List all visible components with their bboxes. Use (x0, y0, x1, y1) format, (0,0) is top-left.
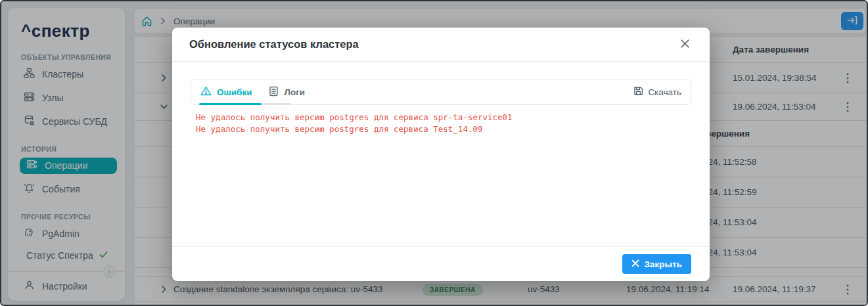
tab-indicator-track (262, 103, 291, 105)
save-icon (633, 86, 643, 98)
modal-footer: Закрыть (172, 246, 710, 281)
close-x-icon (631, 259, 639, 269)
tab-logs[interactable]: Логи (269, 86, 305, 98)
modal-title: Обновление статусов кластера (189, 38, 359, 51)
modal-header: Обновление статусов кластера (172, 28, 710, 62)
warning-icon (200, 86, 212, 98)
close-button-label: Закрыть (645, 259, 682, 269)
active-tab-indicator (199, 103, 262, 105)
tab-errors[interactable]: Ошибки (200, 86, 252, 98)
close-icon[interactable] (677, 36, 693, 53)
app-window: ^спектр ОБЪЕКТЫ УПРАВЛЕНИЯ Кластеры Узлы… (0, 0, 868, 306)
modal-tabbar: Ошибки Логи Скачать (191, 79, 691, 105)
close-button[interactable]: Закрыть (622, 254, 691, 274)
error-log: Не удалось получить версию postgres для … (196, 112, 691, 135)
error-line: Не удалось получить версию postgres для … (196, 123, 691, 135)
cluster-status-modal: Обновление статусов кластера Ошибки Логи… (172, 28, 710, 281)
document-icon (269, 86, 279, 98)
error-line: Не удалось получить версию postgres для … (196, 112, 691, 123)
tab-label: Логи (284, 87, 305, 97)
download-button[interactable]: Скачать (633, 86, 681, 98)
download-label: Скачать (648, 87, 681, 97)
tab-label: Ошибки (217, 87, 252, 97)
